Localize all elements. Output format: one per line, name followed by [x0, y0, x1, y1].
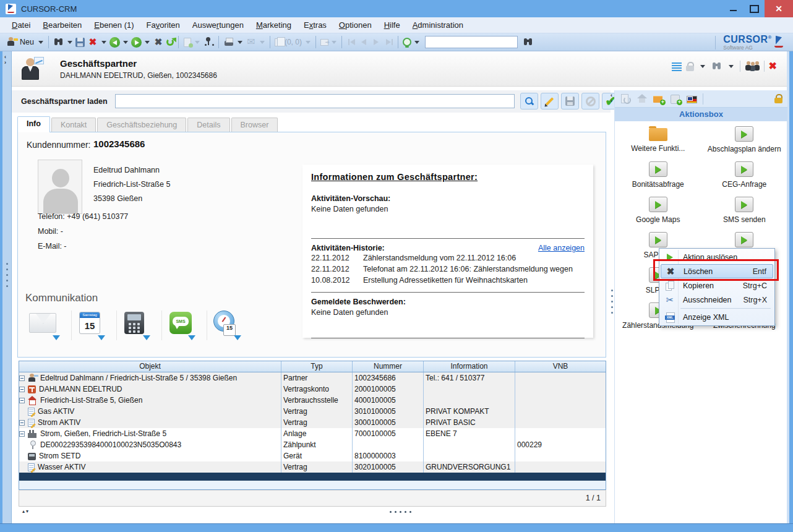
splitter-arrows-icon[interactable]: ▴▾ — [22, 508, 30, 514]
panel-lock-icon[interactable] — [774, 94, 782, 103]
action-google-maps[interactable]: Google Maps — [615, 192, 701, 227]
menu-item-administration[interactable]: Administration — [407, 19, 469, 32]
right-splitter-handle[interactable] — [611, 290, 613, 314]
play-icon[interactable] — [735, 161, 753, 177]
column-header-typ[interactable]: Typ — [281, 361, 353, 372]
email-action[interactable] — [27, 311, 72, 340]
column-header-nummer[interactable]: Nummer — [353, 361, 424, 372]
tree-expander-icon[interactable] — [19, 387, 25, 392]
close-record-icon[interactable]: ✖ — [769, 61, 777, 71]
minimize-button[interactable] — [722, 0, 744, 17]
column-header-objekt[interactable]: Objekt — [19, 361, 281, 372]
table-row[interactable]: Strom AKTIVVertrag3000100005PRIVAT BASIC — [19, 417, 606, 428]
menu-item-datei[interactable]: Datei — [6, 19, 36, 32]
reminder-action[interactable]: 15 — [207, 311, 252, 340]
left-panel-splitter[interactable]: ‹› — [2, 51, 12, 523]
table-row[interactable]: Strom, Gießen, Friedrich-List-Straße 5An… — [19, 428, 606, 439]
bottom-splitter[interactable]: ▴▾ — [19, 508, 606, 517]
back-icon[interactable] — [109, 37, 120, 48]
table-row[interactable]: Friedrich-List-Straße 5, GießenVerbrauch… — [19, 395, 606, 406]
cancel-icon[interactable]: ✖ — [153, 36, 164, 48]
splitter-handle[interactable] — [390, 511, 411, 513]
tab-browser[interactable]: Browser — [231, 118, 278, 132]
play-icon[interactable] — [735, 126, 753, 142]
table-row[interactable]: Wasser AKTIVVertrag3020100005GRUNDVERSOR… — [19, 461, 606, 473]
tab-info[interactable]: Info — [17, 116, 50, 132]
header-search-icon[interactable] — [711, 61, 722, 72]
action-bonit-tsabfrage[interactable]: Bonitätsabfrage — [615, 157, 701, 192]
table-horizontal-scrollbar[interactable] — [19, 473, 606, 481]
show-all-link[interactable]: Alle anzeigen — [538, 244, 585, 252]
context-menu-item-ausschneiden[interactable]: ✂AusschneidenStrg+X — [661, 293, 773, 307]
new-record-button[interactable]: Neu — [20, 38, 34, 46]
left-splitter-handle[interactable] — [6, 263, 8, 287]
email-dropdown-icon[interactable] — [53, 335, 60, 340]
context-menu-item-anzeige-xml[interactable]: Anzeige XML — [661, 310, 773, 324]
print-icon[interactable] — [223, 36, 234, 48]
left-panel-collapse-icon[interactable]: ‹› — [4, 54, 6, 66]
menu-item-auswertungen[interactable]: Auswertungen — [187, 19, 249, 32]
column-header-vnb[interactable]: VNB — [515, 361, 606, 372]
play-icon[interactable] — [649, 232, 667, 247]
contact-persons-icon[interactable] — [745, 61, 760, 72]
workflow-icon[interactable] — [203, 36, 214, 48]
delete-dropdown[interactable] — [101, 41, 106, 44]
search-dropdown[interactable] — [67, 41, 72, 44]
loader-input[interactable] — [115, 94, 515, 108]
menu-item-hilfe[interactable]: Hilfe — [379, 19, 406, 32]
add-action-icon[interactable] — [670, 94, 681, 104]
tab-geschäftsbeziehung[interactable]: Geschäftsbeziehung — [97, 118, 186, 132]
back-dropdown[interactable] — [123, 41, 128, 44]
play-icon[interactable] — [649, 197, 667, 212]
menu-item-bearbeiten[interactable]: Bearbeiten — [37, 19, 87, 32]
delete-icon[interactable]: ✖ — [87, 36, 98, 48]
tab-details[interactable]: Details — [187, 118, 229, 132]
quick-search-dropdown[interactable] — [414, 41, 419, 44]
menu-item-ebenen-1-[interactable]: Ebenen (1) — [88, 19, 139, 32]
phone-dropdown-icon[interactable] — [143, 335, 150, 340]
save-record-button[interactable] — [561, 93, 579, 109]
tree-expander-icon[interactable] — [19, 375, 25, 381]
quick-search-go-icon[interactable] — [523, 36, 534, 48]
appointment-action[interactable]: Samstag15 — [72, 311, 117, 340]
print-dropdown[interactable] — [238, 41, 242, 44]
tree-expander-icon[interactable] — [19, 398, 25, 403]
language-flag-icon[interactable] — [687, 96, 697, 103]
table-row[interactable]: Gas AKTIVVertrag3010100005PRIVAT KOMPAKT — [19, 406, 606, 417]
header-search-dropdown[interactable] — [729, 65, 734, 68]
search-icon[interactable] — [53, 36, 64, 48]
menu-item-extras[interactable]: Extras — [298, 19, 332, 32]
action-weitere-funkti-[interactable]: Weitere Funkti... — [615, 121, 701, 157]
save-icon[interactable] — [75, 38, 85, 47]
refresh-icon[interactable] — [166, 38, 174, 46]
list-view-icon[interactable] — [672, 62, 682, 71]
new-record-dropdown[interactable] — [38, 41, 43, 44]
play-icon[interactable] — [735, 197, 753, 212]
close-button[interactable]: ✕ — [765, 0, 793, 17]
forward-dropdown[interactable] — [145, 41, 150, 44]
folder-icon[interactable] — [649, 128, 667, 141]
table-row[interactable]: DE000229353984000100023N5035O0843Zählpun… — [19, 439, 606, 450]
sms-action[interactable]: SMS — [162, 311, 207, 340]
add-folder-icon[interactable] — [653, 94, 664, 104]
reminder-dropdown-icon[interactable] — [234, 335, 241, 340]
edit-button[interactable] — [541, 93, 559, 109]
menu-item-marketing[interactable]: Marketing — [251, 19, 297, 32]
action-sms-senden[interactable]: SMS senden — [701, 192, 788, 227]
quick-search-input[interactable] — [425, 36, 518, 48]
forward-icon[interactable] — [131, 37, 142, 48]
table-row[interactable]: Edeltrud Dahlmann / Friedrich-List-Straß… — [19, 372, 606, 384]
search-button[interactable] — [520, 93, 538, 109]
maximize-button[interactable] — [744, 0, 765, 17]
play-icon[interactable] — [735, 232, 753, 247]
table-row[interactable]: Strom SETDGerät8100000003 — [19, 450, 606, 461]
column-header-information[interactable]: Information — [424, 361, 515, 372]
table-row[interactable]: DAHLMANN EDELTRUDVertragskonto2000100005 — [19, 384, 606, 395]
phone-action[interactable] — [117, 311, 162, 340]
tree-expander-icon[interactable] — [19, 420, 25, 426]
right-panel-collapse-icon[interactable]: ‹› — [611, 93, 612, 104]
lock-icon[interactable] — [686, 62, 694, 71]
quick-search-person-icon[interactable] — [403, 38, 411, 46]
play-icon[interactable] — [649, 161, 667, 177]
new-record-icon[interactable] — [6, 36, 17, 48]
